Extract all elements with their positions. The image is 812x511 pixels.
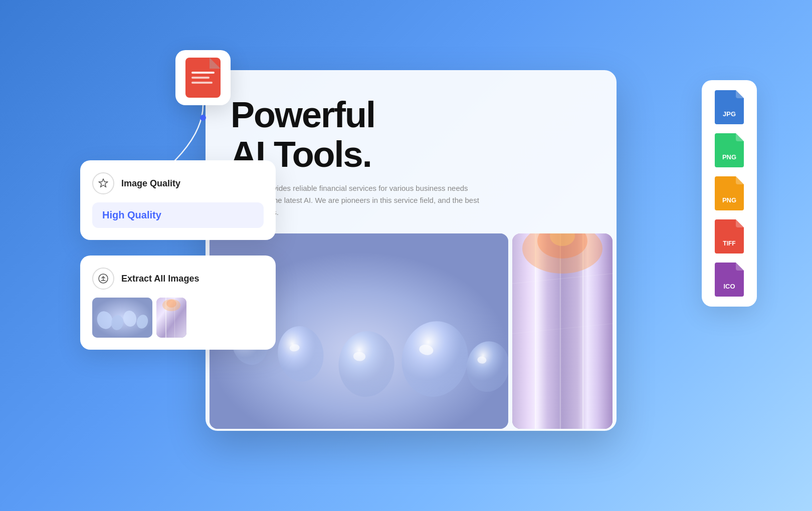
format-tiff-item: TIFF xyxy=(709,219,750,253)
svg-text:PNG: PNG xyxy=(722,196,736,204)
thumb-right xyxy=(156,298,186,338)
main-title: Powerful AI Tools. xyxy=(231,95,591,174)
svg-point-16 xyxy=(166,300,176,308)
thumb-left xyxy=(92,298,152,338)
png-orange-file-icon: PNG xyxy=(715,176,744,210)
pdf-icon xyxy=(185,58,221,98)
image-quality-label: Image Quality xyxy=(121,178,180,189)
quality-value: High Quality xyxy=(102,209,161,220)
upload-circle-icon xyxy=(92,268,114,290)
jpg-file-icon: JPG xyxy=(715,90,744,124)
main-card: Powerful AI Tools. Casbank provides reli… xyxy=(206,70,617,431)
format-png-green-item: PNG xyxy=(709,133,750,167)
svg-rect-3 xyxy=(191,72,215,74)
format-jpg-item: JPG xyxy=(709,90,750,124)
ico-file-icon: ICO xyxy=(715,263,744,297)
svg-text:JPG: JPG xyxy=(723,110,736,118)
extract-card: Extract All Images xyxy=(80,256,276,350)
pdf-icon-container xyxy=(175,50,231,105)
svg-text:ICO: ICO xyxy=(723,283,735,290)
svg-rect-4 xyxy=(191,77,210,79)
quality-value-box: High Quality xyxy=(92,202,264,228)
svg-text:TIFF: TIFF xyxy=(723,240,735,247)
format-sidebar: JPG PNG PNG xyxy=(702,80,757,307)
pdf-icon-box xyxy=(175,50,231,105)
format-ico-item: ICO xyxy=(709,263,750,297)
star-circle-icon xyxy=(92,172,114,194)
format-png-orange-item: PNG xyxy=(709,176,750,210)
image-quality-card: Image Quality High Quality xyxy=(80,160,276,240)
image-panel-right xyxy=(512,233,613,429)
tiff-file-icon: TIFF xyxy=(715,219,744,253)
extract-thumbnails xyxy=(92,298,264,338)
svg-text:PNG: PNG xyxy=(722,153,736,161)
extract-label: Extract All Images xyxy=(121,274,199,284)
svg-rect-5 xyxy=(191,82,213,84)
png-green-file-icon: PNG xyxy=(715,133,744,167)
